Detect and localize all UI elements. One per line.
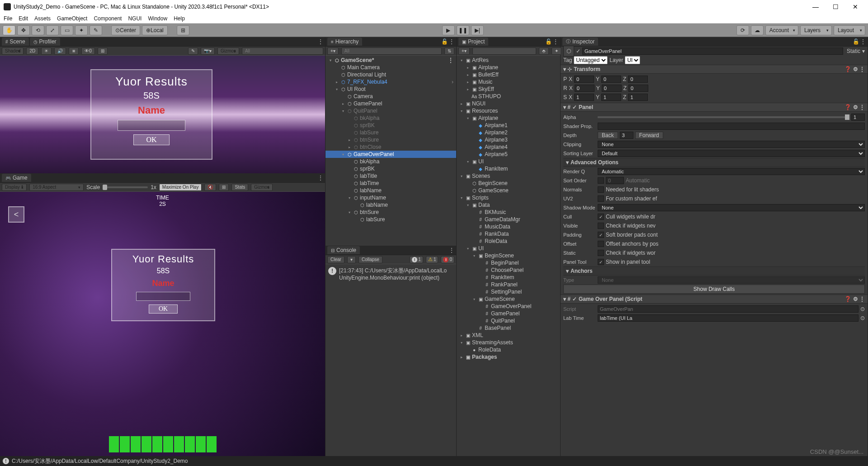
project-menu-icon[interactable]: ⋮ — [553, 38, 558, 45]
pos-x[interactable] — [574, 76, 594, 83]
visible-check[interactable] — [598, 223, 604, 229]
scene-search[interactable] — [242, 48, 323, 55]
console-clear[interactable]: Clear — [327, 256, 344, 263]
renderq-dropdown[interactable]: Automatic — [598, 168, 865, 175]
play-button[interactable]: ▶ — [442, 25, 455, 35]
hierarchy-add-icon[interactable]: +▾ — [327, 48, 339, 55]
menu-ngui[interactable]: NGUI — [128, 15, 142, 22]
transform-header[interactable]: ▾ ⊹ Transform❓ ⚙ ⋮ — [561, 65, 868, 74]
tree-row[interactable]: ⬡labSure — [326, 216, 456, 223]
transform-tool-icon[interactable]: ✦ — [75, 25, 88, 35]
tree-row[interactable]: ▸▣Airplane — [457, 64, 560, 71]
shadow-dropdown[interactable]: None — [598, 204, 865, 211]
tree-row[interactable]: ⬡labName — [326, 187, 456, 194]
scl-z[interactable] — [628, 94, 648, 101]
tree-row[interactable]: ⬡Camera — [326, 93, 456, 100]
tree-row[interactable]: ▾⬡QuitPanel — [326, 107, 456, 114]
menu-window[interactable]: Window — [148, 15, 167, 22]
menu-assets[interactable]: Assets — [34, 15, 51, 22]
scl-x[interactable] — [574, 94, 594, 101]
tree-row[interactable]: ◆Airplane1 — [457, 122, 560, 129]
tree-row[interactable]: ▾⬡GameOverPanel — [326, 151, 456, 158]
project-lock-icon[interactable]: 🔓 — [545, 38, 552, 45]
tree-row[interactable]: #SettingPanel — [457, 288, 560, 295]
rotate-tool-icon[interactable]: ⟲ — [32, 25, 44, 35]
console-message[interactable]: [21:37:43] C:/Users/安冰墨/AppData/LocalLo … — [339, 267, 447, 281]
depth-forward[interactable]: Forward — [635, 132, 663, 139]
alpha-slider[interactable] — [598, 116, 849, 118]
menu-component[interactable]: Component — [94, 15, 122, 22]
tree-row[interactable]: #GameOverPanel — [457, 303, 560, 310]
tree-row[interactable]: ▾⬡UI Root — [326, 86, 456, 93]
hierarchy-search[interactable] — [341, 48, 442, 55]
hierarchy-lock-icon[interactable]: 🔓 — [441, 38, 448, 45]
hand-tool-icon[interactable]: ✋ — [3, 25, 15, 35]
console-collapse[interactable]: Collapse — [359, 256, 382, 263]
tree-row[interactable]: ▾⬡GameScene*⋮ — [326, 57, 456, 64]
gizmos-dropdown[interactable]: Gizmos — [217, 48, 239, 55]
fx-icon[interactable]: ⋇ — [69, 48, 79, 55]
tree-row[interactable]: AaSTHUPO — [457, 93, 560, 100]
2d-toggle[interactable]: 2D — [26, 48, 38, 55]
tree-row[interactable]: ⬡GameScene — [457, 187, 560, 194]
alpha-value[interactable] — [851, 114, 865, 121]
game-ok-button[interactable]: OK — [149, 304, 178, 314]
rot-x[interactable] — [575, 85, 594, 92]
console-info-count[interactable]: 1 — [410, 256, 423, 263]
tree-row[interactable]: ⬡labSure — [326, 129, 456, 136]
back-button[interactable]: < — [8, 206, 24, 223]
show-draw-calls-button[interactable]: Show Draw Calls — [563, 285, 865, 294]
scale-slider[interactable] — [103, 186, 148, 188]
tree-row[interactable]: ▾▣GameScene — [457, 295, 560, 303]
static-dropdown-icon[interactable]: ▾ — [862, 48, 865, 54]
minimize-button[interactable]: — — [807, 0, 825, 13]
tree-row[interactable]: ▾▣Airplane — [457, 114, 560, 122]
pivot-toggle[interactable]: ⊙Center — [111, 25, 140, 35]
tree-row[interactable]: ◆RankItem — [457, 165, 560, 172]
display-dropdown[interactable]: Display 1 — [2, 184, 27, 191]
tree-row[interactable]: ▾▣ArtRes — [457, 57, 560, 64]
project-tree[interactable]: ▾▣ArtRes▸▣Airplane▸▣BulletEff▸▣Music▸▣Sk… — [457, 56, 560, 456]
tree-row[interactable]: #RankData — [457, 230, 560, 238]
layout-dropdown[interactable]: Layout — [834, 25, 865, 35]
panel-header[interactable]: ▾ # ✓ Panel❓ ⚙ ⋮ — [561, 103, 868, 112]
tab-game[interactable]: 🎮Game — [2, 174, 31, 182]
menu-gameobject[interactable]: GameObject — [57, 15, 87, 22]
labtime-picker-icon[interactable]: ⊙ — [860, 315, 865, 321]
rot-y[interactable] — [602, 85, 622, 92]
sortorder-check[interactable] — [598, 177, 604, 184]
game-gizmos-dropdown[interactable]: Gizmos — [251, 184, 273, 191]
uv2-check[interactable] — [598, 195, 604, 202]
tree-row[interactable]: ▸▣BulletEff — [457, 71, 560, 78]
sorting-layer-dropdown[interactable]: Default — [598, 150, 865, 157]
scale-tool-icon[interactable]: ⤢ — [46, 25, 59, 35]
stats-grid-icon[interactable]: ⊞ — [219, 184, 229, 191]
scl-y[interactable] — [601, 94, 621, 101]
inspector-menu-icon[interactable]: ⋮ — [860, 38, 866, 45]
tree-row[interactable]: ▾▣Scripts — [457, 194, 560, 201]
audio-icon[interactable]: 🔊 — [54, 48, 66, 55]
project-search[interactable] — [472, 48, 536, 55]
tree-row[interactable]: #RankItem — [457, 274, 560, 281]
rot-z[interactable] — [628, 85, 648, 92]
light-icon[interactable]: ☀ — [41, 48, 52, 55]
advanced-header[interactable]: ▾ Advanced Options — [563, 158, 865, 167]
tree-row[interactable]: #BasePanel — [457, 324, 560, 332]
maximize-button[interactable]: ☐ — [826, 0, 844, 13]
console-menu-icon[interactable]: ⋮ — [449, 247, 454, 253]
aspect-dropdown[interactable]: 16:9 Aspect — [29, 184, 84, 191]
tree-row[interactable]: ▸▣Packages — [457, 353, 560, 361]
tree-row[interactable]: ▾▣UI — [457, 158, 560, 165]
account-dropdown[interactable]: Account — [765, 25, 798, 35]
pos-y[interactable] — [601, 76, 621, 83]
scene-view[interactable]: Yuor Results 58S Name OK — [0, 56, 325, 173]
menu-file[interactable]: File — [4, 15, 12, 22]
tree-row[interactable]: #GamePanel — [457, 310, 560, 317]
tree-row[interactable]: #ChoosePanel — [457, 266, 560, 274]
snap-icon[interactable]: ⊞ — [177, 25, 189, 35]
tree-row[interactable]: ⬡bkAlpha — [326, 158, 456, 165]
tab-menu-icon[interactable]: ⋮ — [318, 38, 323, 45]
depth-back[interactable]: Back — [598, 132, 618, 139]
maximize-toggle[interactable]: Maximize On Play — [159, 184, 202, 191]
tree-row[interactable]: #GameDataMgr — [457, 216, 560, 223]
